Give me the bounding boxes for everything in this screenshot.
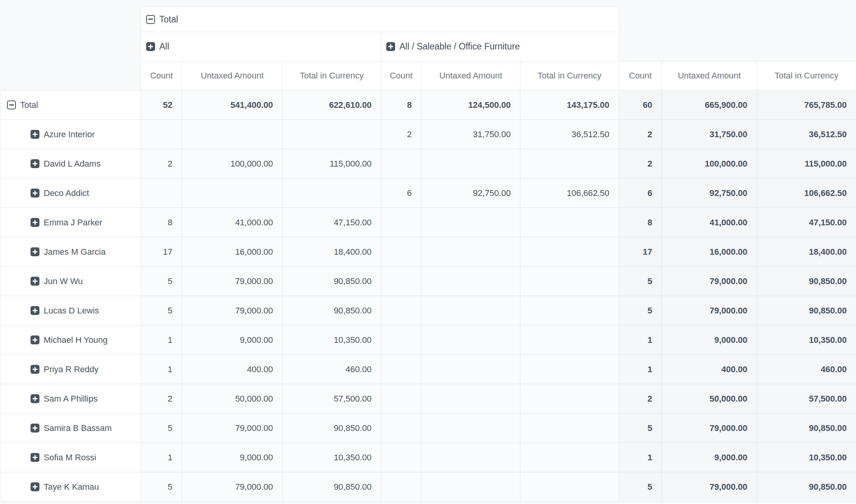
pivot-cell bbox=[520, 149, 619, 179]
pivot-cell: 10,350.00 bbox=[757, 443, 856, 472]
row-header-label: Lucas D Lewis bbox=[44, 306, 99, 316]
pivot-row-emma-j-parker: Emma J Parker841,000.0047,150.00841,000.… bbox=[0, 208, 856, 237]
measure-header-count[interactable]: Count bbox=[381, 61, 421, 90]
pivot-cell: 106,662.50 bbox=[757, 179, 856, 208]
row-header-samira-b-bassam[interactable]: Samira B Bassam bbox=[0, 414, 141, 443]
pivot-cell: 106,662.50 bbox=[520, 179, 619, 208]
pivot-cell: 5 bbox=[619, 414, 662, 443]
expand-icon bbox=[31, 453, 39, 462]
pivot-cell: 100,000.00 bbox=[662, 149, 757, 179]
pivot-cell: 79,000.00 bbox=[182, 267, 283, 296]
pivot-cell: 622,610.00 bbox=[283, 90, 381, 120]
pivot-cell: 47,150.00 bbox=[283, 208, 381, 237]
pivot-cell bbox=[182, 120, 283, 149]
pivot-cell bbox=[381, 325, 421, 355]
pivot-body: Total52541,400.00622,610.008124,500.0014… bbox=[0, 90, 856, 502]
pivot-cell bbox=[421, 237, 520, 267]
pivot-cell: 541,400.00 bbox=[182, 90, 283, 120]
row-header-lucas-d-lewis[interactable]: Lucas D Lewis bbox=[0, 296, 141, 325]
pivot-cell: 92,750.00 bbox=[662, 179, 757, 208]
pivot-cell: 100,000.00 bbox=[182, 149, 283, 179]
corner-spacer bbox=[0, 61, 141, 90]
row-header-sofia-m-rossi[interactable]: Sofia M Rossi bbox=[0, 443, 141, 472]
row-header-label: Michael H Young bbox=[44, 335, 107, 345]
row-header-emma-j-parker[interactable]: Emma J Parker bbox=[0, 208, 141, 237]
corner-spacer bbox=[0, 7, 141, 32]
measure-header-untaxed-amount[interactable]: Untaxed Amount bbox=[421, 61, 520, 90]
row-header-james-m-garcia[interactable]: James M Garcia bbox=[0, 237, 141, 267]
measure-header-count[interactable]: Count bbox=[141, 61, 182, 90]
row-header-sam-a-phillips[interactable]: Sam A Phillips bbox=[0, 384, 141, 414]
pivot-cell: 9,000.00 bbox=[662, 325, 757, 355]
corner-spacer bbox=[0, 32, 141, 61]
pivot-cell: 79,000.00 bbox=[182, 472, 283, 502]
measure-header-count[interactable]: Count bbox=[619, 61, 662, 90]
pivot-cell bbox=[421, 414, 520, 443]
pivot-cell bbox=[381, 208, 421, 237]
pivot-cell: 90,850.00 bbox=[757, 267, 856, 296]
pivot-cell: 79,000.00 bbox=[662, 267, 757, 296]
pivot-cell: 36,512.50 bbox=[520, 120, 619, 149]
pivot-cell: 400.00 bbox=[182, 355, 283, 384]
col-group-total[interactable]: Total bbox=[141, 7, 619, 32]
row-header-taye-k-kamau[interactable]: Taye K Kamau bbox=[0, 472, 141, 502]
col-group-all[interactable]: All bbox=[141, 32, 381, 61]
pivot-cell: 31,750.00 bbox=[421, 120, 520, 149]
column-root-row: Total bbox=[0, 7, 856, 32]
pivot-cell: 79,000.00 bbox=[182, 414, 283, 443]
pivot-cell: 1 bbox=[141, 355, 182, 384]
expand-icon bbox=[31, 482, 39, 491]
measure-header-untaxed-amount[interactable]: Untaxed Amount bbox=[182, 61, 283, 90]
pivot-cell bbox=[421, 296, 520, 325]
pivot-cell: 60 bbox=[619, 90, 662, 120]
pivot-cell: 115,000.00 bbox=[283, 149, 381, 179]
pivot-row-deco-addict: Deco Addict692,750.00106,662.50692,750.0… bbox=[0, 179, 856, 208]
pivot-cell: 1 bbox=[619, 443, 662, 472]
pivot-cell bbox=[381, 296, 421, 325]
pivot-row-michael-h-young: Michael H Young19,000.0010,350.0019,000.… bbox=[0, 325, 856, 355]
pivot-cell bbox=[283, 120, 381, 149]
pivot-cell: 1 bbox=[619, 355, 662, 384]
pivot-cell: 18,400.00 bbox=[757, 237, 856, 267]
measure-header-untaxed-amount[interactable]: Untaxed Amount bbox=[662, 61, 757, 90]
row-header-label: Sofia M Rossi bbox=[44, 453, 96, 463]
pivot-cell: 47,150.00 bbox=[757, 208, 856, 237]
pivot-cell bbox=[381, 472, 421, 502]
row-header-azure-interior[interactable]: Azure Interior bbox=[0, 120, 141, 149]
pivot-cell: 18,400.00 bbox=[283, 237, 381, 267]
pivot-row-samira-b-bassam: Samira B Bassam579,000.0090,850.00579,00… bbox=[0, 414, 856, 443]
expand-icon bbox=[31, 130, 39, 139]
col-group-all-saleable-office-furniture[interactable]: All / Saleable / Office Furniture bbox=[381, 32, 619, 61]
row-header-michael-h-young[interactable]: Michael H Young bbox=[0, 325, 141, 355]
row-header-label: James M Garcia bbox=[44, 247, 106, 257]
pivot-cell bbox=[421, 149, 520, 179]
collapse-icon bbox=[146, 15, 155, 24]
row-header-total[interactable]: Total bbox=[0, 90, 141, 120]
pivot-cell bbox=[141, 179, 182, 208]
pivot-cell: 8 bbox=[141, 208, 182, 237]
measures-row: Count Untaxed Amount Total in Currency C… bbox=[0, 61, 856, 90]
pivot-cell: 2 bbox=[619, 149, 662, 179]
measure-header-total-in-currency[interactable]: Total in Currency bbox=[757, 61, 856, 90]
col-group-all-label: All bbox=[159, 41, 169, 52]
row-header-jun-w-wu[interactable]: Jun W Wu bbox=[0, 267, 141, 296]
row-header-deco-addict[interactable]: Deco Addict bbox=[0, 179, 141, 208]
expand-icon bbox=[31, 424, 39, 432]
pivot-cell bbox=[381, 237, 421, 267]
expand-icon bbox=[31, 189, 39, 198]
row-header-david-l-adams[interactable]: David L Adams bbox=[0, 149, 141, 179]
pivot-cell: 9,000.00 bbox=[182, 443, 283, 472]
pivot-cell bbox=[520, 443, 619, 472]
pivot-cell: 50,000.00 bbox=[662, 384, 757, 414]
expand-icon bbox=[31, 335, 39, 344]
pivot-cell: 2 bbox=[381, 120, 421, 149]
row-header-priya-r-reddy[interactable]: Priya R Reddy bbox=[0, 355, 141, 384]
pivot-cell: 5 bbox=[141, 414, 182, 443]
pivot-row-azure-interior: Azure Interior231,750.0036,512.50231,750… bbox=[0, 120, 856, 149]
measure-header-total-in-currency[interactable]: Total in Currency bbox=[283, 61, 381, 90]
pivot-cell bbox=[421, 325, 520, 355]
pivot-row-total: Total52541,400.00622,610.008124,500.0014… bbox=[0, 90, 856, 120]
pivot-cell: 124,500.00 bbox=[421, 90, 520, 120]
measure-header-total-in-currency[interactable]: Total in Currency bbox=[520, 61, 619, 90]
pivot-cell: 16,000.00 bbox=[182, 237, 283, 267]
